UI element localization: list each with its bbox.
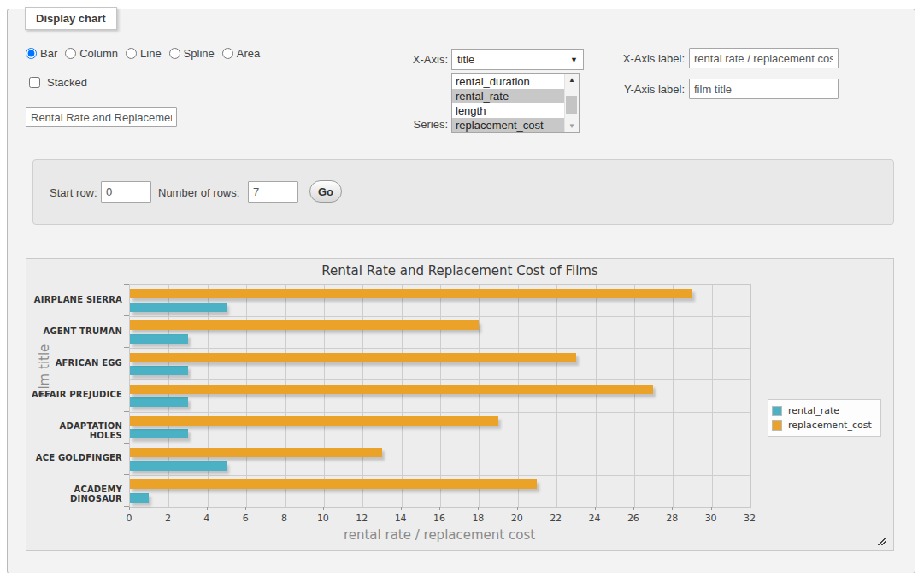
x-tick-mark — [517, 507, 518, 510]
category-label: ADAPTATION HOLES — [26, 421, 122, 440]
go-button[interactable]: Go — [309, 180, 342, 203]
scroll-down-icon[interactable]: ▼ — [565, 121, 579, 132]
scroll-up-icon[interactable]: ▲ — [565, 74, 579, 86]
chart-type-option[interactable]: Spline — [169, 47, 215, 60]
fieldset-legend: Display chart — [25, 7, 117, 30]
x-tick-mark — [556, 507, 556, 510]
chart-type-radio[interactable] — [169, 48, 180, 59]
chart-resize-handle[interactable] — [876, 536, 886, 545]
category-label: AFRICAN EGG — [26, 358, 122, 367]
x-tick-label: 20 — [500, 513, 534, 524]
bar-rental_rate — [130, 397, 188, 407]
legend-entry: rental_rate — [772, 403, 872, 418]
legend-swatch-rental_rate — [772, 406, 782, 416]
x-tick-mark — [595, 507, 596, 510]
category-label: AFFAIR PREJUDICE — [26, 390, 122, 399]
chart-type-radio[interactable] — [26, 48, 37, 59]
start-row-input[interactable] — [101, 181, 151, 203]
gridline-vertical — [673, 285, 674, 507]
x-axis-label-caption: X-Axis label: — [595, 52, 685, 65]
gridline-horizontal — [130, 379, 750, 380]
bar-replacement_cost — [130, 385, 653, 394]
x-tick-mark — [362, 507, 362, 510]
gridline-vertical — [208, 285, 209, 507]
bar-replacement_cost — [130, 479, 537, 489]
chart-type-radio[interactable] — [126, 48, 137, 59]
bar-replacement_cost — [130, 353, 576, 362]
chart-type-radio[interactable] — [65, 48, 76, 59]
gridline-vertical — [556, 285, 557, 507]
x-tick-label: 16 — [422, 513, 456, 524]
chart-legend: rental_ratereplacement_cost — [768, 399, 881, 437]
number-of-rows-input[interactable] — [248, 181, 298, 203]
chart-type-label: Column — [79, 47, 118, 60]
x-tick-label: 4 — [190, 513, 224, 524]
chart-type-option[interactable]: Line — [126, 47, 162, 60]
x-axis-selected-value: title — [457, 53, 474, 66]
y-tick-mark — [124, 379, 129, 379]
chart-title-input[interactable] — [26, 107, 177, 127]
chart-type-option[interactable]: Bar — [26, 47, 57, 60]
x-tick-label: 26 — [616, 513, 650, 524]
chart-type-option[interactable]: Column — [65, 47, 118, 60]
bar-replacement_cost — [130, 289, 692, 298]
category-label: ACADEMY DINOSAUR — [26, 485, 122, 503]
series-multiselect[interactable]: rental_durationrental_ratelengthreplacem… — [451, 73, 580, 133]
stacked-label: Stacked — [47, 76, 87, 89]
number-of-rows-caption: Number of rows: — [158, 186, 239, 199]
x-tick-mark — [245, 507, 246, 510]
gridline-vertical — [596, 285, 597, 507]
x-tick-mark — [439, 507, 440, 510]
gridline-vertical — [518, 285, 519, 507]
x-tick-mark — [285, 507, 285, 510]
stacked-checkbox-row[interactable]: Stacked — [26, 74, 87, 91]
plot-area — [129, 284, 751, 508]
dropdown-arrow-icon: ▼ — [570, 56, 578, 64]
bar-replacement_cost — [130, 448, 382, 457]
category-label: AGENT TRUMAN — [26, 326, 122, 336]
y-tick-mark — [124, 315, 129, 316]
x-axis-title: rental rate / replacement cost — [129, 527, 750, 543]
x-tick-label: 28 — [655, 513, 689, 524]
x-tick-mark — [711, 507, 712, 510]
series-option[interactable]: rental_duration — [452, 74, 565, 89]
gridline-vertical — [324, 285, 325, 507]
page: Display chart BarColumnLineSplineArea St… — [0, 0, 924, 582]
chart-type-label: Bar — [40, 47, 57, 60]
x-tick-label: 14 — [384, 513, 418, 524]
x-axis-select[interactable]: title ▼ — [451, 49, 584, 70]
x-tick-label: 22 — [539, 513, 573, 524]
gridline-vertical — [362, 285, 363, 507]
scrollbar-thumb[interactable] — [566, 96, 577, 114]
x-tick-mark — [672, 507, 673, 510]
gridline-vertical — [440, 285, 441, 507]
series-option[interactable]: rental_rate — [452, 89, 565, 103]
gridline-vertical — [479, 285, 480, 507]
y-axis-label-input[interactable] — [689, 79, 839, 99]
chart-type-group: BarColumnLineSplineArea — [26, 47, 260, 60]
x-tick-mark — [478, 507, 479, 510]
y-tick-mark — [124, 411, 129, 412]
bar-rental_rate — [130, 366, 188, 375]
bar-replacement_cost — [130, 416, 498, 426]
series-option[interactable]: length — [452, 103, 565, 118]
bar-rental_rate — [130, 493, 149, 503]
chart-type-option[interactable]: Area — [222, 47, 260, 60]
chart-title: Rental Rate and Replacement Cost of Film… — [26, 263, 893, 279]
x-tick-label: 6 — [228, 513, 262, 524]
legend-label: replacement_cost — [788, 420, 872, 431]
y-tick-mark — [124, 506, 129, 507]
chart-type-label: Line — [140, 47, 162, 60]
stacked-checkbox[interactable] — [29, 77, 40, 88]
series-caption: Series: — [362, 118, 448, 131]
x-tick-label: 32 — [733, 513, 767, 524]
chart-type-label: Area — [237, 47, 260, 60]
category-label: AIRPLANE SIERRA — [26, 295, 122, 304]
gridline-horizontal — [130, 475, 750, 476]
series-options: rental_durationrental_ratelengthreplacem… — [452, 74, 565, 132]
chart-type-radio[interactable] — [222, 48, 233, 59]
series-option[interactable]: replacement_cost — [452, 118, 565, 132]
x-axis-label-input[interactable] — [689, 48, 839, 68]
bar-rental_rate — [130, 461, 227, 471]
series-scrollbar[interactable]: ▲ ▼ — [564, 74, 579, 132]
